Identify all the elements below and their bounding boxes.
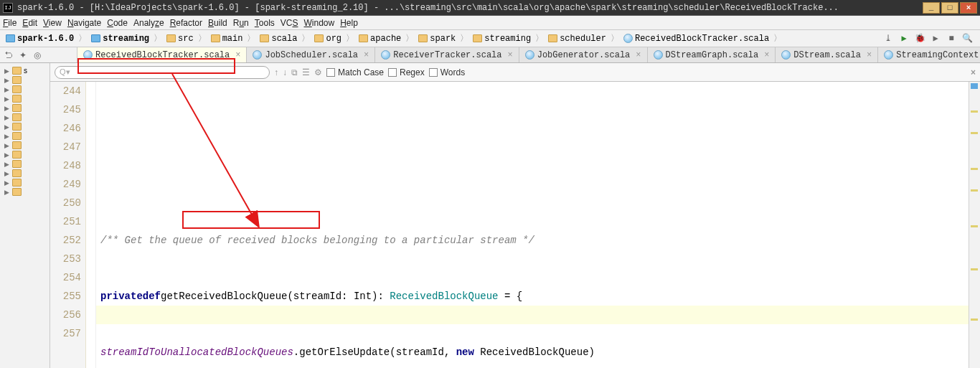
target-icon[interactable]: ◎ [32, 49, 43, 61]
scala-file-icon [253, 50, 262, 60]
code-content[interactable]: /** Get the queue of received blocks bel… [96, 82, 969, 368]
crumb-dir[interactable]: spark [415, 32, 458, 46]
breadcrumb: spark-1.6.0〉 streaming〉 src〉 main〉 scala… [3, 32, 881, 46]
menu-view[interactable]: View [43, 18, 62, 28]
scala-file-icon [83, 50, 93, 60]
crumb-dir[interactable]: src [164, 32, 197, 46]
folder-icon [12, 104, 22, 112]
select-all-button[interactable]: ☰ [302, 67, 310, 77]
menu-edit[interactable]: Edit [22, 18, 37, 28]
scroll-marker-icon [971, 319, 978, 321]
crumb-file[interactable]: ReceivedBlockTracker.scala [621, 32, 772, 46]
search-icon: Q▾ [60, 67, 70, 77]
close-window-button[interactable]: × [960, 2, 977, 14]
folder-icon [473, 34, 482, 42]
stop-button[interactable]: ■ [946, 33, 957, 44]
crumb-module[interactable]: streaming [88, 32, 152, 46]
tab-dstream-graph[interactable]: DStreamGraph.scala × [648, 47, 776, 62]
code-line: streamIdToUnallocatedBlockQueues.getOrEl… [100, 343, 969, 362]
folder-icon [12, 151, 22, 159]
editor: Q▾ ↑ ↓ ⧉ ☰ ⚙ Match Case Regex Words × 24… [50, 63, 980, 368]
folder-icon [211, 34, 220, 42]
code-editor[interactable]: 244245246 247248249 250251252 253254255 … [50, 82, 980, 368]
tab-job-generator[interactable]: JobGenerator.scala × [519, 47, 648, 62]
collapse-icon[interactable]: ⮌ [3, 49, 14, 61]
crumb-dir[interactable]: scala [257, 32, 300, 46]
crumb-dir[interactable]: apache [356, 32, 404, 46]
maximize-button[interactable]: □ [941, 2, 958, 14]
scala-file-icon [623, 34, 633, 43]
tab-streaming-context[interactable]: StreamingContext.scala × [878, 47, 980, 62]
words-checkbox[interactable]: Words [429, 67, 465, 77]
folder-icon [359, 34, 368, 42]
tab-label: ReceiverTracker.scala [393, 50, 501, 60]
run-button[interactable]: ▶ [898, 33, 910, 44]
editor-tabs: ReceivedBlockTracker.scala × JobSchedule… [77, 47, 980, 62]
close-find-bar-icon[interactable]: × [971, 67, 976, 77]
match-case-checkbox[interactable]: Match Case [326, 67, 384, 77]
close-tab-icon[interactable]: × [235, 50, 240, 60]
tab-receiver-tracker[interactable]: ReceiverTracker.scala × [375, 47, 519, 62]
main-split: ▶s ▶ ▶ ▶ ▶ ▶ ▶ ▶ ▶ ▶ ▶ ▶ ▶ ▶ Q▾ ↑ ↓ ⧉ ☰ … [0, 63, 980, 368]
folder-icon [12, 76, 22, 84]
tab-received-block-tracker[interactable]: ReceivedBlockTracker.scala × [77, 47, 247, 62]
folder-icon [12, 179, 22, 187]
next-occurrence-button[interactable]: ↓ [283, 67, 287, 77]
title-bar: IJ spark-1.6.0 - [H:\IdeaProjects\spark-… [0, 0, 980, 16]
close-tab-icon[interactable]: × [867, 50, 872, 60]
folder-icon [418, 34, 428, 42]
menu-run[interactable]: Run [233, 18, 249, 28]
folder-icon [260, 34, 269, 42]
folder-icon [12, 132, 22, 140]
folder-icon [12, 123, 22, 131]
tab-label: JobScheduler.scala [265, 50, 358, 60]
folder-icon [12, 113, 22, 121]
expand-icon[interactable]: ✦ [17, 49, 29, 61]
crumb-dir[interactable]: main [208, 32, 246, 46]
search-icon[interactable]: 🔍 [961, 33, 973, 44]
menu-vcs[interactable]: VCS [281, 18, 298, 28]
debug-button[interactable]: 🐞 [914, 33, 925, 44]
menu-refactor[interactable]: Refactor [170, 18, 202, 28]
menu-file[interactable]: File [3, 18, 17, 28]
menu-code[interactable]: Code [107, 18, 128, 28]
scroll-marker-icon [971, 83, 978, 89]
regex-checkbox[interactable]: Regex [388, 67, 425, 77]
coverage-button[interactable]: ▶ [930, 33, 941, 44]
project-tree[interactable]: ▶s ▶ ▶ ▶ ▶ ▶ ▶ ▶ ▶ ▶ ▶ ▶ ▶ ▶ [0, 63, 50, 368]
search-input[interactable]: Q▾ [55, 66, 270, 79]
crumb-dir[interactable]: scheduler [545, 32, 609, 46]
tab-job-scheduler[interactable]: JobScheduler.scala × [247, 47, 375, 62]
crumb-dir[interactable]: streaming [470, 32, 534, 46]
menu-analyze[interactable]: Analyze [133, 18, 164, 28]
editor-scrollbar[interactable] [969, 82, 980, 368]
menu-help[interactable]: Help [340, 18, 358, 28]
scroll-marker-icon [971, 268, 978, 270]
gear-icon[interactable]: ⚙ [314, 67, 322, 77]
close-tab-icon[interactable]: × [764, 50, 769, 60]
close-tab-icon[interactable]: × [508, 50, 513, 60]
code-line [100, 175, 969, 194]
crumb-dir[interactable]: org [311, 32, 344, 46]
folder-icon [12, 85, 22, 93]
run-toolbar: ⤓ ▶ 🐞 ▶ ■ 🔍 [882, 33, 977, 44]
crumb-project[interactable]: spark-1.6.0 [3, 32, 77, 46]
prev-occurrence-button[interactable]: ↑ [274, 67, 278, 77]
make-button[interactable]: ⤓ [882, 33, 894, 44]
navigation-bar: spark-1.6.0〉 streaming〉 src〉 main〉 scala… [0, 30, 980, 47]
left-gutter-tools: ⮌ ✦ ◎ [0, 47, 77, 62]
minimize-button[interactable]: _ [923, 2, 940, 14]
folder-icon [12, 95, 22, 103]
menu-navigate[interactable]: Navigate [67, 18, 101, 28]
menu-tools[interactable]: Tools [255, 18, 275, 28]
tab-dstream[interactable]: DStream.scala × [776, 47, 878, 62]
scroll-marker-icon [971, 132, 978, 134]
tab-label: ReceivedBlockTracker.scala [95, 50, 230, 60]
menu-window[interactable]: Window [303, 18, 334, 28]
tab-label: DStreamGraph.scala [666, 50, 759, 60]
close-tab-icon[interactable]: × [636, 50, 641, 60]
add-selection-button[interactable]: ⧉ [291, 67, 298, 77]
close-tab-icon[interactable]: × [364, 50, 369, 60]
window-controls: _ □ × [921, 2, 977, 14]
menu-build[interactable]: Build [208, 18, 227, 28]
